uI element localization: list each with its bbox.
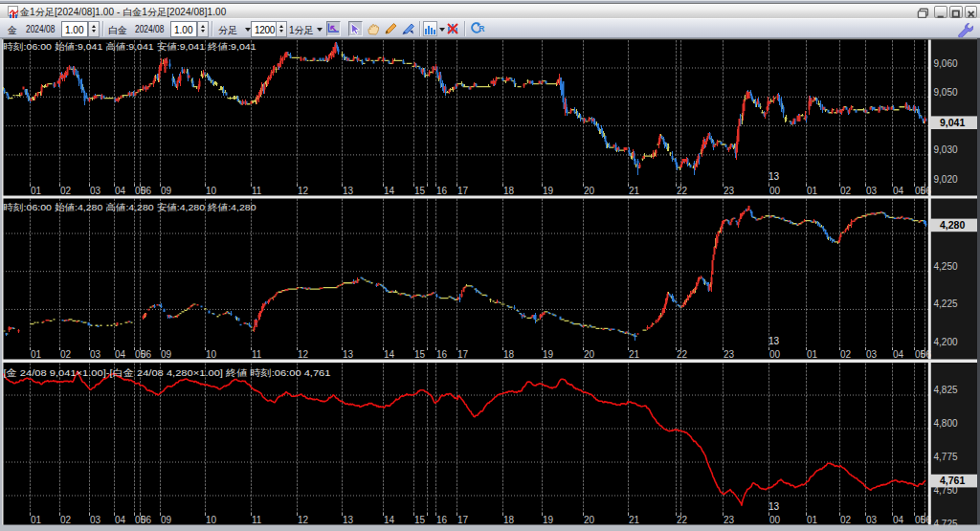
svg-text:11: 11	[252, 515, 262, 525]
svg-text:9,060: 9,060	[934, 58, 958, 69]
svg-text:14: 14	[384, 515, 395, 525]
svg-text:03: 03	[90, 186, 101, 196]
svg-text:9,041: 9,041	[940, 117, 965, 128]
svg-text:01: 01	[807, 349, 818, 360]
svg-text:22: 22	[677, 349, 688, 360]
svg-text:00: 00	[769, 186, 781, 196]
svg-text:01: 01	[807, 186, 818, 196]
svg-text:04: 04	[893, 515, 904, 525]
svg-text:15: 15	[414, 349, 426, 360]
svg-text:12: 12	[298, 515, 309, 525]
svg-text:01: 01	[31, 349, 42, 360]
svg-text:02: 02	[840, 349, 852, 360]
svg-text:20: 20	[584, 349, 595, 360]
svg-text:22: 22	[677, 186, 688, 196]
svg-text:11: 11	[252, 349, 262, 360]
svg-text:18: 18	[503, 349, 515, 360]
svg-text:02: 02	[840, 186, 852, 196]
svg-text:19: 19	[543, 349, 554, 360]
svg-text:12: 12	[298, 186, 309, 196]
svg-text:06: 06	[141, 186, 152, 196]
svg-text:4,725: 4,725	[934, 519, 958, 529]
svg-text:19: 19	[543, 186, 554, 196]
svg-text:01: 01	[31, 186, 42, 196]
svg-text:03: 03	[90, 349, 101, 360]
svg-text:22: 22	[677, 515, 688, 525]
svg-text:14: 14	[384, 349, 395, 360]
svg-text:03: 03	[90, 515, 101, 525]
svg-text:11: 11	[252, 186, 262, 196]
svg-text:4,200: 4,200	[934, 337, 958, 347]
svg-text:時刻:06:00 始値:9,041 高値:9,041 安値:: 時刻:06:00 始値:9,041 高値:9,041 安値:9,041 終値:9…	[4, 41, 256, 52]
svg-text:04: 04	[115, 186, 126, 196]
svg-text:15: 15	[414, 186, 426, 196]
svg-text:17: 17	[457, 515, 469, 525]
svg-text:01: 01	[31, 515, 42, 525]
svg-text:00: 00	[769, 349, 781, 360]
svg-text:02: 02	[60, 186, 72, 196]
svg-text:00: 00	[769, 515, 781, 525]
svg-text:03: 03	[866, 515, 878, 525]
svg-text:20: 20	[584, 186, 595, 196]
svg-text:09: 09	[161, 349, 172, 360]
svg-text:17: 17	[457, 186, 469, 196]
svg-text:15: 15	[414, 515, 426, 525]
svg-text:16: 16	[436, 186, 448, 196]
svg-text:04: 04	[893, 349, 904, 360]
svg-text:21: 21	[629, 349, 640, 360]
svg-text:13: 13	[768, 336, 780, 346]
svg-text:4,775: 4,775	[934, 452, 958, 462]
svg-text:21: 21	[629, 515, 640, 525]
svg-text:4,825: 4,825	[934, 385, 958, 395]
svg-text:02: 02	[60, 349, 72, 360]
svg-text:23: 23	[724, 186, 735, 196]
svg-text:4,800: 4,800	[934, 418, 958, 429]
svg-text:4,250: 4,250	[934, 261, 958, 272]
svg-text:19: 19	[543, 515, 554, 525]
svg-text:10: 10	[206, 349, 217, 360]
svg-text:04: 04	[115, 515, 126, 525]
svg-text:04: 04	[893, 186, 904, 196]
svg-text:13: 13	[343, 349, 354, 360]
svg-text:13: 13	[343, 186, 354, 196]
svg-text:06: 06	[141, 515, 152, 525]
svg-text:16: 16	[436, 349, 448, 360]
svg-text:09: 09	[161, 186, 172, 196]
svg-text:20: 20	[584, 515, 595, 525]
svg-text:03: 03	[866, 186, 878, 196]
svg-text:18: 18	[503, 186, 515, 196]
svg-text:17: 17	[457, 349, 469, 360]
svg-text:16: 16	[436, 515, 448, 525]
svg-text:[金 24/08 9,041×1.00]-[白金 24/08: [金 24/08 9,041×1.00]-[白金 24/08 4,280×1.0…	[4, 367, 331, 378]
svg-text:02: 02	[60, 515, 72, 525]
svg-text:23: 23	[724, 349, 735, 360]
svg-text:03: 03	[866, 349, 878, 360]
svg-text:18: 18	[503, 515, 515, 525]
svg-text:04: 04	[115, 349, 126, 360]
svg-text:4,280: 4,280	[940, 219, 965, 231]
svg-text:01: 01	[807, 515, 818, 525]
svg-text:4,225: 4,225	[934, 299, 958, 309]
svg-text:10: 10	[206, 515, 217, 525]
svg-text:9,030: 9,030	[934, 144, 958, 155]
svg-text:9,050: 9,050	[934, 87, 958, 98]
svg-text:R: R	[479, 24, 484, 33]
svg-text:06: 06	[141, 349, 152, 360]
svg-text:13: 13	[343, 515, 354, 525]
svg-text:10: 10	[206, 186, 217, 196]
svg-text:14: 14	[384, 186, 395, 196]
svg-text:02: 02	[840, 515, 852, 525]
svg-text:21: 21	[629, 186, 640, 196]
svg-text:13: 13	[768, 171, 780, 182]
svg-text:23: 23	[724, 515, 735, 525]
svg-text:09: 09	[161, 515, 172, 525]
svg-text:時刻:06:00 始値:4,280 高値:4,280 安値:: 時刻:06:00 始値:4,280 高値:4,280 安値:4,280 終値:4…	[4, 202, 256, 212]
svg-text:13: 13	[768, 501, 780, 512]
svg-text:12: 12	[298, 349, 309, 360]
svg-text:9,020: 9,020	[934, 174, 958, 185]
svg-text:4,761: 4,761	[940, 475, 965, 486]
